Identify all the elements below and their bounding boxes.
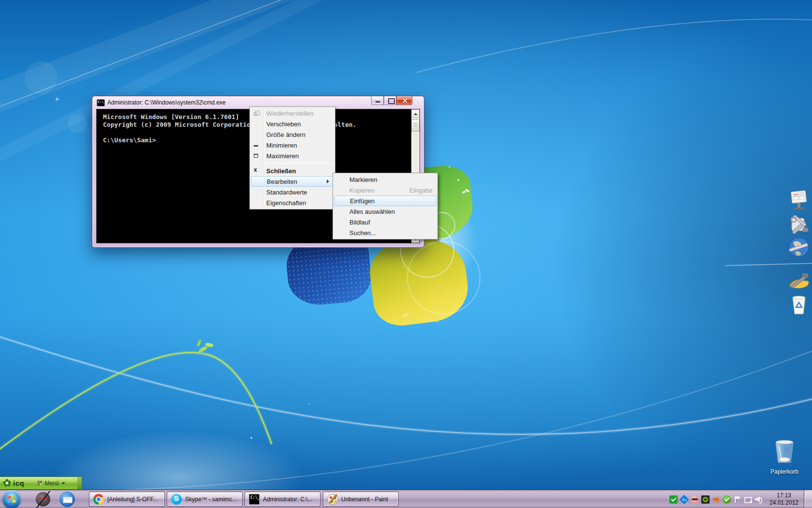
grid-icon <box>38 481 42 485</box>
taskbar-button-chrome[interactable]: [Anleitung] S-OFF... <box>89 492 165 507</box>
scrollbar-thumb[interactable] <box>411 119 420 132</box>
menu-item-close[interactable]: x Schließen <box>250 165 335 176</box>
vampire-face-icon[interactable] <box>35 491 51 508</box>
wallpaper-ring <box>407 241 480 314</box>
thunderbird-icon[interactable] <box>59 491 75 508</box>
system-menu: Wiederherstellen Verschieben Größe änder… <box>249 106 335 209</box>
chrome-icon <box>93 494 104 505</box>
action-center-flag-icon[interactable] <box>733 495 741 504</box>
close-icon: x <box>254 166 257 173</box>
menu-item-defaults[interactable]: Standardwerte <box>250 187 335 197</box>
menu-item-restore[interactable]: Wiederherstellen <box>250 108 335 119</box>
network-icon[interactable] <box>744 495 752 504</box>
icq-brand-label: icq <box>13 479 24 487</box>
green-shield-check-icon[interactable] <box>723 495 731 504</box>
menu-item-copy[interactable]: Kopieren Eingabe <box>333 185 437 195</box>
restore-icon <box>254 112 258 116</box>
scroll-up-icon[interactable] <box>411 109 420 118</box>
system-tray <box>669 490 763 508</box>
start-button[interactable] <box>2 490 21 508</box>
icq-menu-button[interactable]: Menü <box>38 480 65 487</box>
recycle-bin[interactable]: Papierkorb <box>766 438 803 475</box>
menu-item-properties[interactable]: Eigenschaften <box>250 197 335 208</box>
show-desktop-button[interactable] <box>804 490 812 508</box>
green-tool-check-icon[interactable] <box>669 495 678 504</box>
minimize-button[interactable] <box>371 96 384 105</box>
skype-icon <box>171 494 182 505</box>
minimize-icon <box>254 145 258 147</box>
taskbar-clock[interactable]: 17:13 24.01.2012 <box>767 492 801 507</box>
chevron-down-icon <box>61 482 65 484</box>
menu-item-scroll[interactable]: Bildlauf <box>333 217 437 227</box>
sunglasses-face-icon[interactable] <box>691 495 699 504</box>
menu-item-paste[interactable]: Einfügen <box>334 195 436 206</box>
maximize-icon <box>254 154 258 158</box>
maximize-button[interactable] <box>384 96 396 105</box>
clock-date: 24.01.2012 <box>767 499 801 507</box>
submenu-arrow-icon <box>327 179 329 183</box>
close-button[interactable] <box>396 96 412 105</box>
tools-icon[interactable] <box>788 213 810 236</box>
menu-item-select-all[interactable]: Alles auswählen <box>333 206 437 217</box>
menu-separator <box>265 163 334 164</box>
desktop[interactable]: Papierkorb Administrator: C:\Windows\sys… <box>0 0 812 508</box>
dropbox-icon[interactable] <box>680 494 689 504</box>
menu-item-mark[interactable]: Markieren <box>333 174 437 185</box>
volume-icon[interactable] <box>754 495 763 504</box>
fox-hammer-icon[interactable] <box>788 271 810 294</box>
volume-mixer-icon[interactable] <box>712 495 720 504</box>
menu-item-move[interactable]: Verschieben <box>250 119 335 129</box>
taskbar-button-skype[interactable]: Skype™ - samimc... <box>167 492 243 507</box>
shortcut-label: Eingabe <box>402 187 433 194</box>
recycle-bin-label: Papierkorb <box>766 468 803 475</box>
edit-submenu: Markieren Kopieren Eingabe Einfügen Alle… <box>333 173 438 239</box>
taskbar-button-cmd[interactable]: Administrator: C:\... <box>245 492 320 507</box>
menu-item-edit[interactable]: Bearbeiten <box>251 176 334 187</box>
icq-toolbar: icq Menü <box>0 477 82 490</box>
menu-item-minimize[interactable]: Minimieren <box>250 140 335 150</box>
recycle-bin-icon <box>772 438 797 465</box>
cmd-icon <box>249 494 260 505</box>
clock-time: 17:13 <box>767 492 801 499</box>
taskbar-button-paint[interactable]: Unbenannt - Paint <box>323 492 399 507</box>
globe-tool-icon[interactable] <box>788 236 810 258</box>
menu-item-size[interactable]: Größe ändern <box>250 129 335 140</box>
trash-cup-icon[interactable] <box>788 294 810 316</box>
notice-board-icon[interactable] <box>788 189 810 211</box>
paint-icon <box>327 494 338 505</box>
taskbar: [Anleitung] S-OFF... Skype™ - samimc... … <box>0 490 812 508</box>
windows-flag-icon <box>7 496 16 503</box>
nvidia-icon[interactable] <box>701 495 710 504</box>
cmd-icon <box>97 99 105 106</box>
window-title: Administrator: C:\Windows\system32\cmd.e… <box>107 96 226 109</box>
menu-item-find[interactable]: Suchen... <box>333 227 437 238</box>
icq-flower-icon <box>3 479 11 487</box>
menu-item-maximize[interactable]: Maximieren <box>250 150 335 161</box>
